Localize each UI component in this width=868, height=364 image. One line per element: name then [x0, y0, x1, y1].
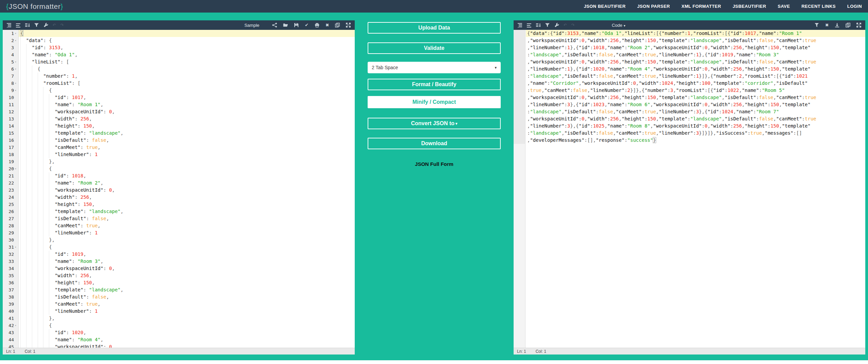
code-line: 41 }, — [3, 315, 355, 322]
json-output-editor[interactable]: 1 {"data":{"id":3153,"name":"Oda 1","lin… — [514, 30, 865, 348]
code-line: {"data":{"id":3153,"name":"Oda 1","lineL… — [526, 30, 865, 37]
code-line: :true,"canMeet":false,"lineNumber":2}]},… — [526, 87, 865, 94]
caret-down-icon: ▾ — [456, 121, 458, 126]
line-number: 24 — [3, 194, 19, 201]
code-line: 9▾ { — [3, 87, 355, 94]
line-number: 22 — [3, 179, 19, 187]
align-icon[interactable] — [16, 23, 21, 27]
code-line: :"landscape","isDefault":false,"canMeet"… — [526, 73, 865, 80]
code-line: 4 "name": "Oda 1", — [3, 51, 355, 58]
code-line: ,"lineNumber":1},{"id":1018,"name":"Room… — [526, 44, 865, 51]
nav-link-recent-links[interactable]: RECENT LINKS — [801, 4, 836, 9]
chevron-down-icon: ▾ — [624, 24, 625, 27]
main-area: ↶ ↷ Sample ✔ ✖ 1▾{2▾ "data": {3 "id": 31… — [0, 13, 868, 360]
line-number: 18 — [3, 151, 19, 158]
line-number: 26 — [3, 208, 19, 215]
format-icon[interactable] — [7, 23, 12, 27]
line-number: 2▾ — [3, 37, 19, 44]
code-line: 38 "isDefault": false, — [3, 293, 355, 301]
code-line: 24 "width": 256, — [3, 194, 355, 201]
line-number: 1▾ — [3, 30, 19, 37]
code-line: 40 "lineNumber": 1 — [3, 308, 355, 315]
code-line: ,"developerMessages":[],"response":"succ… — [526, 137, 865, 144]
check-icon[interactable]: ✔ — [305, 23, 309, 27]
nav-link-save[interactable]: SAVE — [778, 4, 790, 9]
fullscreen-icon[interactable] — [856, 23, 861, 27]
align-icon[interactable] — [527, 23, 532, 27]
filter-icon[interactable] — [545, 23, 550, 27]
sort-icon[interactable] — [536, 23, 541, 27]
code-line: 7 "number": 1, — [3, 73, 355, 80]
code-line: ,"workspaceUnitId":0,"width":256,"height… — [526, 115, 865, 122]
format-beautify-button[interactable]: Format / Beautify — [368, 79, 501, 90]
code-line: 20▾ { — [3, 165, 355, 172]
code-line: 25 "height": 150, — [3, 201, 355, 208]
line-number: 30 — [3, 236, 19, 244]
nav-link-json-beautifier[interactable]: JSON BEAUTIFIER — [584, 4, 626, 9]
code-line: 1▾{ — [3, 30, 355, 37]
line-number: 40 — [3, 308, 19, 315]
line-number: 25 — [3, 201, 19, 208]
convert-json-to-button[interactable]: Convert JSON to▾ — [368, 118, 501, 129]
format-icon[interactable] — [518, 23, 522, 27]
fullscreen-icon[interactable] — [346, 23, 351, 27]
tab-space-selected-value: 2 Tab Space — [372, 65, 398, 70]
print-icon[interactable] — [315, 23, 319, 27]
input-editor-panel: ↶ ↷ Sample ✔ ✖ 1▾{2▾ "data": {3 "id": 31… — [3, 20, 355, 355]
input-editor-toolbar: ↶ ↷ Sample ✔ ✖ — [3, 20, 355, 30]
download-icon[interactable] — [835, 23, 839, 27]
nav-link-login[interactable]: LOGIN — [847, 4, 862, 9]
code-line: 23 "workspaceUnitId": 0, — [3, 187, 355, 194]
nav-link-json-parser[interactable]: JSON PARSER — [637, 4, 670, 9]
copy-icon[interactable] — [335, 23, 340, 27]
line-number: 14 — [3, 122, 19, 130]
minify-compact-button[interactable]: Minify / Compact — [368, 96, 501, 108]
line-number: 31▾ — [3, 244, 19, 251]
code-line: 2▾ "data": { — [3, 37, 355, 44]
code-mode-dropdown[interactable]: Code▾ — [612, 23, 625, 28]
filter-icon[interactable] — [34, 23, 39, 27]
code-line: 34 "workspaceUnitId": 0, — [3, 265, 355, 272]
code-line: :"landscape","isDefault":false,"canMeet"… — [526, 51, 865, 58]
wrench-icon[interactable] — [43, 23, 48, 27]
logo[interactable]: {JSON formatter} — [6, 2, 63, 11]
line-number: 19 — [3, 158, 19, 165]
validate-button[interactable]: Validate — [368, 42, 501, 54]
output-status-bar: Ln: 1 Col: 1 — [514, 348, 865, 355]
wrench-icon[interactable] — [554, 23, 559, 27]
save-icon[interactable] — [294, 23, 299, 27]
tab-space-select[interactable]: 2 Tab Space ▾ — [368, 62, 501, 73]
line-number: 45 — [3, 343, 19, 348]
folder-open-icon[interactable] — [283, 23, 288, 27]
line-number: 7 — [3, 73, 19, 80]
download-button[interactable]: Download — [368, 138, 501, 149]
upload-data-button[interactable]: Upload Data — [368, 22, 501, 34]
close-icon[interactable]: ✖ — [326, 23, 329, 27]
undo-icon: ↶ — [53, 23, 56, 27]
cursor-line-indicator: Ln: 1 — [517, 349, 526, 354]
nav-link-xml-formatter[interactable]: XML FORMATTER — [682, 4, 721, 9]
redo-icon: ↷ — [60, 23, 64, 27]
line-number: 27 — [3, 215, 19, 222]
code-line: 19 }, — [3, 158, 355, 165]
sample-dropdown[interactable]: Sample — [244, 23, 259, 28]
line-number: 12 — [3, 108, 19, 115]
line-number: 23 — [3, 187, 19, 194]
code-line: :"landscape","isDefault":false,"canMeet"… — [526, 130, 865, 137]
sort-icon[interactable] — [25, 23, 30, 27]
code-line: 13 "width": 256, — [3, 115, 355, 122]
share-icon[interactable] — [272, 23, 277, 27]
json-input-editor[interactable]: 1▾{2▾ "data": {3 "id": 3153,4 "name": "O… — [3, 30, 355, 348]
copy-icon[interactable] — [846, 23, 850, 27]
line-number: 4 — [3, 51, 19, 58]
filter-icon[interactable] — [814, 23, 819, 27]
close-icon[interactable]: ✖ — [825, 23, 829, 27]
json-full-form-link[interactable]: JSON Full Form — [415, 161, 453, 167]
line-number: 3 — [3, 44, 19, 51]
convert-json-to-label: Convert JSON to — [411, 120, 455, 127]
nav-link-jsbeautifier[interactable]: JSBEAUTIFIER — [733, 4, 766, 9]
line-number: 21 — [3, 172, 19, 179]
line-number: 13 — [3, 115, 19, 122]
undo-icon: ↶ — [564, 23, 567, 27]
output-gutter — [514, 30, 525, 348]
